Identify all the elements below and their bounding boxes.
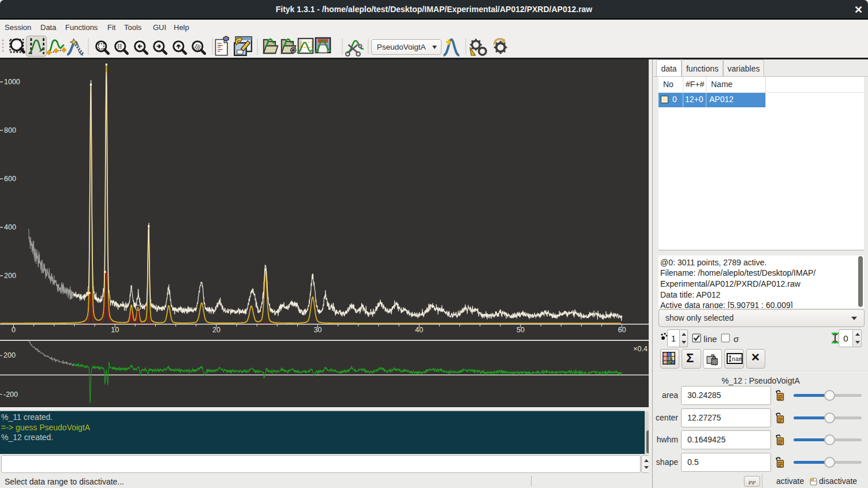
svg-text:400: 400 (4, 223, 16, 231)
svg-text:-200: -200 (3, 391, 18, 399)
svg-text:10: 10 (111, 326, 119, 334)
svg-text:1000: 1000 (4, 78, 20, 86)
svg-text:600: 600 (4, 175, 16, 183)
svg-text:nam: nam (732, 356, 742, 363)
svg-text:200: 200 (4, 272, 16, 280)
svg-text:60: 60 (618, 326, 626, 334)
svg-text:50: 50 (517, 326, 525, 334)
svg-text:40: 40 (415, 326, 423, 334)
svg-text:×0.4: ×0.4 (633, 345, 648, 353)
svg-text:30: 30 (314, 326, 322, 334)
svg-text:20: 20 (212, 326, 220, 334)
svg-text:200: 200 (3, 351, 16, 359)
svg-text:800: 800 (4, 126, 16, 134)
svg-text:0: 0 (12, 326, 16, 334)
